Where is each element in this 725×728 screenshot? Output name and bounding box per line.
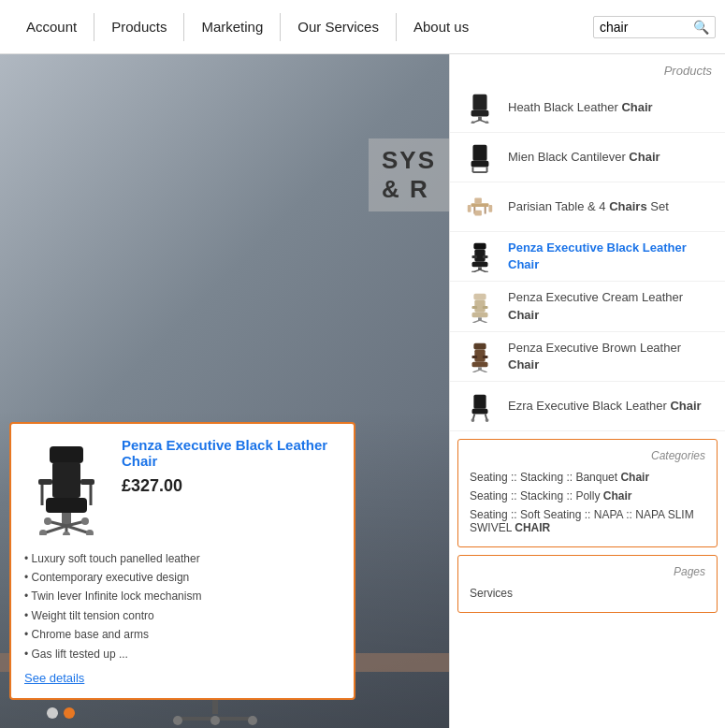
nav-products-label: Products xyxy=(111,19,167,35)
svg-line-69 xyxy=(480,370,487,372)
svg-rect-62 xyxy=(473,343,486,350)
dropdown-item-penza-black[interactable]: Penza Executive Black Leather Chair xyxy=(450,232,725,282)
feature-1: • Luxury soft touch panelled leather xyxy=(24,549,341,568)
nav-our-services[interactable]: Our Services xyxy=(281,0,396,53)
nav-account[interactable]: Account xyxy=(9,0,94,53)
nav-our-services-label: Our Services xyxy=(297,19,379,35)
feature-5: • Chrome base and arms xyxy=(24,625,341,644)
dropdown-item-thumb-penza-cream xyxy=(463,290,497,324)
feature-3: • Twin lever Infinite lock mechanism xyxy=(24,587,341,605)
dropdown-item-thumb-ezra xyxy=(463,389,497,423)
navbar: Account Products Marketing Our Services … xyxy=(0,0,725,54)
search-button[interactable]: 🔍 xyxy=(693,20,709,35)
see-details-link[interactable]: See details xyxy=(24,671,341,685)
dropdown-item-mien[interactable]: Mien Black Cantilever Chair xyxy=(450,133,725,182)
feature-4: • Weight tilt tension contro xyxy=(24,606,341,625)
svg-rect-70 xyxy=(473,395,486,409)
dropdown-item-penza-cream[interactable]: Penza Executive Cream Leather Chair xyxy=(450,282,725,331)
hero-text-r: & R xyxy=(382,175,436,204)
svg-rect-27 xyxy=(478,116,482,120)
search-dropdown: Products Heath Black Leather Chair xyxy=(449,54,725,728)
product-card-top: Penza Executive Black Leather Chair £327… xyxy=(24,437,341,540)
svg-rect-48 xyxy=(472,262,488,268)
svg-rect-45 xyxy=(474,250,485,262)
svg-rect-56 xyxy=(472,306,478,309)
svg-rect-7 xyxy=(50,446,83,463)
product-card-features: • Luxury soft touch panelled leather • C… xyxy=(24,549,341,663)
dropdown-item-parisian[interactable]: Parisian Table & 4 Chairs Set xyxy=(450,182,725,232)
svg-rect-67 xyxy=(478,367,482,370)
dot-1[interactable] xyxy=(47,707,58,719)
svg-rect-59 xyxy=(478,317,482,320)
svg-point-24 xyxy=(81,517,89,525)
svg-rect-26 xyxy=(471,110,489,117)
hero-text-sys: SYS xyxy=(382,146,436,175)
nav-about-us[interactable]: About us xyxy=(397,0,486,53)
dropdown-item-label-penza-brown: Penza Executive Brown Leather Chair xyxy=(508,340,712,373)
category-polly[interactable]: Seating :: Stacking :: Polly Chair xyxy=(470,487,705,505)
search-input[interactable] xyxy=(600,20,693,35)
svg-point-20 xyxy=(39,530,47,535)
svg-rect-58 xyxy=(472,312,488,317)
svg-point-52 xyxy=(471,271,474,272)
svg-rect-8 xyxy=(52,462,80,498)
product-card-info: Penza Executive Black Leather Chair £327… xyxy=(122,437,341,496)
dropdown-item-label-penza-black: Penza Executive Black Leather Chair xyxy=(508,240,712,273)
svg-rect-40 xyxy=(468,205,471,212)
product-card-image xyxy=(24,437,109,540)
svg-rect-41 xyxy=(488,205,492,212)
svg-rect-49 xyxy=(478,268,482,270)
carousel-dots xyxy=(47,707,75,719)
svg-point-31 xyxy=(486,121,489,124)
dropdown-item-label-parisian: Parisian Table & 4 Chairs Set xyxy=(508,198,669,215)
svg-rect-57 xyxy=(483,306,488,309)
svg-rect-54 xyxy=(473,293,486,299)
nav-products[interactable]: Products xyxy=(94,0,183,53)
svg-rect-25 xyxy=(472,95,486,110)
main-area: SYS & R xyxy=(0,54,725,728)
nav-account-label: Account xyxy=(26,19,77,35)
svg-point-74 xyxy=(471,418,475,422)
svg-rect-10 xyxy=(80,479,94,485)
dropdown-item-label-penza-cream: Penza Executive Cream Leather Chair xyxy=(508,289,712,323)
svg-rect-65 xyxy=(483,356,488,358)
svg-point-21 xyxy=(86,530,94,535)
svg-point-4 xyxy=(173,716,182,725)
svg-rect-47 xyxy=(483,255,488,258)
svg-point-6 xyxy=(210,716,220,725)
dropdown-item-penza-brown[interactable]: Penza Executive Brown Leather Chair xyxy=(450,332,725,382)
dropdown-item-thumb-parisian xyxy=(463,190,497,224)
svg-rect-37 xyxy=(471,203,489,207)
dropdown-item-label-ezra: Ezra Executive Black Leather Chair xyxy=(508,398,702,415)
dropdown-item-heath[interactable]: Heath Black Leather Chair xyxy=(450,83,725,133)
nav-marketing[interactable]: Marketing xyxy=(184,0,280,53)
svg-point-22 xyxy=(63,531,70,535)
svg-point-53 xyxy=(486,271,488,272)
svg-rect-64 xyxy=(472,356,478,358)
product-card-price: £327.00 xyxy=(122,476,341,496)
category-napa[interactable]: Seating :: Soft Seating :: NAPA :: NAPA … xyxy=(470,505,705,537)
svg-point-23 xyxy=(44,517,51,525)
svg-rect-66 xyxy=(472,362,488,368)
pages-header: Pages xyxy=(470,565,705,578)
svg-rect-9 xyxy=(38,479,52,485)
dropdown-item-label-mien: Mien Black Cantilever Chair xyxy=(508,149,660,166)
svg-line-61 xyxy=(480,320,487,323)
dropdown-item-label-heath: Heath Black Leather Chair xyxy=(508,99,653,116)
dropdown-item-thumb-mien xyxy=(463,140,497,174)
svg-rect-33 xyxy=(471,161,489,167)
svg-point-30 xyxy=(471,121,475,124)
svg-rect-43 xyxy=(474,211,482,216)
nav-marketing-label: Marketing xyxy=(201,19,263,35)
pages-item-services[interactable]: Services xyxy=(470,584,705,603)
pages-box: Pages Services xyxy=(457,555,718,613)
svg-rect-46 xyxy=(472,255,478,258)
category-banquet[interactable]: Seating :: Stacking :: Banquet Chair xyxy=(470,468,705,487)
nav-about-us-label: About us xyxy=(413,19,469,35)
product-card-name[interactable]: Penza Executive Black Leather Chair xyxy=(122,437,341,469)
dropdown-item-thumb-penza-black xyxy=(463,240,497,273)
feature-2: • Contemporary executive design xyxy=(24,568,341,587)
dot-2[interactable] xyxy=(64,707,75,719)
dropdown-item-thumb-penza-brown xyxy=(463,340,497,373)
dropdown-item-ezra[interactable]: Ezra Executive Black Leather Chair xyxy=(450,382,725,431)
